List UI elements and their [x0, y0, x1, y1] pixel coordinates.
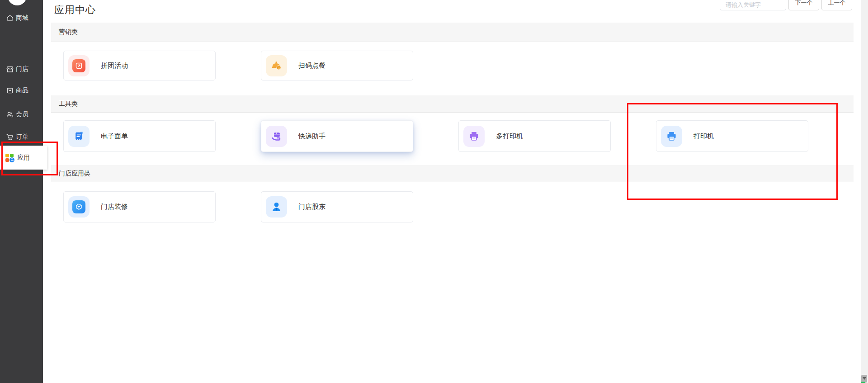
- app-card-scan-order[interactable]: 扫码点餐: [261, 51, 413, 80]
- app-card-label: 快递助手: [298, 132, 326, 141]
- home-icon: [5, 14, 14, 23]
- sidebar-item-label: 订单: [16, 133, 28, 141]
- sidebar-item-apps-active[interactable]: 应用: [0, 146, 47, 170]
- store-shareholder-icon: [266, 196, 287, 218]
- member-icon: [5, 110, 14, 119]
- printer-icon: [661, 126, 682, 147]
- sidebar-item-mall[interactable]: 商城: [0, 11, 43, 25]
- app-card-label: 扫码点餐: [298, 61, 326, 70]
- apps-grid-icon: [5, 153, 14, 162]
- sidebar-item-member[interactable]: 会员: [0, 108, 43, 121]
- sidebar-item-order[interactable]: 订单: [0, 130, 43, 144]
- app-card-multi-printer[interactable]: 多打印机: [458, 120, 611, 152]
- goods-icon: [5, 86, 14, 95]
- order-cart-icon: [5, 133, 14, 142]
- category-label: 营销类: [59, 28, 78, 36]
- scan-order-icon: [266, 55, 287, 76]
- app-card-label: 门店股东: [298, 203, 326, 211]
- category-label: 工具类: [59, 100, 78, 108]
- search-input[interactable]: [720, 0, 786, 10]
- page-title: 应用中心: [54, 3, 96, 17]
- sidebar: 商城 门店 商品: [0, 0, 43, 383]
- app-card-store-shareholder[interactable]: 门店股东: [261, 191, 413, 222]
- app-card-express-helper[interactable]: 快递助手: [261, 120, 413, 152]
- sidebar-item-label: 应用: [17, 154, 30, 162]
- next-button[interactable]: 下一个: [788, 0, 819, 10]
- e-waybill-icon: [68, 126, 90, 147]
- app-card-group-buy[interactable]: 拼团活动: [63, 51, 216, 80]
- app-center-page: 商城 门店 商品: [0, 0, 868, 383]
- logo-avatar[interactable]: [8, 0, 27, 5]
- app-card-printer[interactable]: 打印机: [656, 120, 808, 152]
- sidebar-item-goods[interactable]: 商品: [0, 84, 43, 97]
- group-buy-icon: [68, 55, 90, 76]
- app-card-label: 电子面单: [101, 132, 128, 141]
- app-card-label: 打印机: [693, 132, 714, 141]
- multi-printer-icon: [463, 126, 485, 147]
- scrollbar-track[interactable]: [861, 0, 868, 383]
- category-header-marketing: 营销类: [51, 23, 854, 42]
- category-label: 门店应用类: [59, 170, 90, 178]
- store-decor-icon: [68, 196, 90, 218]
- app-card-label: 门店装修: [101, 203, 128, 211]
- category-header-store-apps: 门店应用类: [51, 165, 854, 182]
- app-card-label: 拼团活动: [101, 61, 128, 70]
- sidebar-item-label: 商品: [16, 86, 28, 95]
- sidebar-item-label: 商城: [16, 14, 28, 22]
- express-helper-icon: [266, 126, 287, 147]
- app-card-store-decor[interactable]: 门店装修: [63, 191, 216, 222]
- category-header-tools: 工具类: [51, 95, 854, 113]
- prev-button[interactable]: 上一个: [821, 0, 852, 10]
- sidebar-item-label: 会员: [16, 110, 28, 118]
- app-card-e-waybill[interactable]: 电子面单: [63, 120, 216, 152]
- sidebar-item-store[interactable]: 门店: [0, 62, 43, 76]
- app-card-label: 多打印机: [496, 132, 523, 141]
- sidebar-item-label: 门店: [16, 65, 28, 73]
- store-icon: [5, 65, 14, 74]
